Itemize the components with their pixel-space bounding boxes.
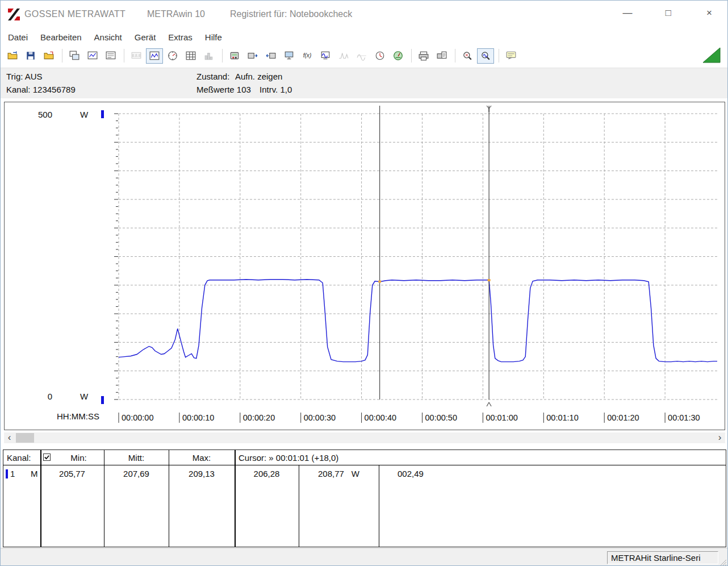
toolbar-device-upload-button[interactable]: [244, 48, 261, 64]
toolbar-separator: [455, 49, 455, 63]
toolbar-print-button[interactable]: [415, 48, 432, 64]
table-header-separator: [3, 465, 726, 465]
trigger-status: Trig: AUS: [6, 72, 43, 81]
toolbar-export-file-button[interactable]: [40, 48, 57, 64]
minimize-button[interactable]: —: [620, 7, 635, 22]
meter-online-icon: [393, 51, 403, 61]
toolbar-zoom-curve-button[interactable]: [477, 48, 494, 64]
horizontal-scrollbar[interactable]: ‹ ›: [4, 432, 725, 443]
channel-clock-icon: [375, 51, 385, 61]
channel-table: Kanal: Min: Mitt: Max: Cursor: » 00:01:0…: [3, 450, 726, 547]
toolbar-save-button[interactable]: [22, 48, 39, 64]
toolbar: 8.8.8f(x): [4, 45, 521, 66]
annotation-icon: [506, 51, 516, 61]
toolbar-device-monitor-button[interactable]: [317, 48, 334, 64]
zoom-in-icon: [462, 51, 472, 61]
toolbar-annotation-button[interactable]: [503, 48, 520, 64]
toolbar-gauge-button[interactable]: [164, 48, 181, 64]
resize-grip-icon[interactable]: [719, 558, 727, 566]
toolbar-copy-chart-button[interactable]: [84, 48, 101, 64]
toolbar-device-settings-button[interactable]: [226, 48, 243, 64]
formula-fx-icon: f(x): [302, 51, 312, 61]
maximize-button[interactable]: □: [660, 7, 676, 22]
toolbar-zoom-in-button[interactable]: [459, 48, 476, 64]
check-icon: [44, 454, 50, 460]
x-tick-label: 00:00:00: [122, 413, 153, 422]
row-channel-number: 1: [10, 469, 15, 478]
x-tick-label: 00:00:10: [182, 413, 214, 422]
scroll-left-button[interactable]: ‹: [4, 432, 15, 443]
x-axis: 00:00:0000:00:1000:00:2000:00:3000:00:40…: [119, 413, 700, 423]
toolbar-formula-fx-button[interactable]: f(x): [299, 48, 316, 64]
channel-status: Kanal: 123456789: [6, 85, 76, 94]
menu-item-gert[interactable]: Gerät: [128, 31, 162, 44]
toolbar-pc-transfer-button[interactable]: [281, 48, 298, 64]
x-tick-label: 00:00:40: [365, 413, 396, 422]
signal-min-icon: [338, 51, 349, 61]
toolbar-copy-data-button[interactable]: [102, 48, 119, 64]
toolbar-print-preview-button[interactable]: [433, 48, 450, 64]
column-separator: [104, 450, 104, 547]
menu-item-extras[interactable]: Extras: [162, 31, 199, 44]
zoom-curve-icon: [480, 51, 491, 61]
copy-window-icon: [69, 51, 80, 61]
header-max: Max:: [169, 453, 235, 463]
line-chart-icon: [149, 51, 160, 61]
row-cursor-b-cell: 208,77W: [299, 469, 379, 478]
x-tick-label: 00:00:50: [425, 413, 457, 422]
toolbar-copy-window-button[interactable]: [66, 48, 83, 64]
row-channel-type: M: [31, 469, 38, 478]
toolbar-open-file-button[interactable]: [4, 48, 21, 64]
row-max-value: 209,13: [169, 469, 235, 478]
menu-item-ansicht[interactable]: Ansicht: [88, 31, 128, 44]
toolbar-separator: [62, 49, 62, 63]
state-label: Zustand:: [196, 72, 229, 81]
connection-indicator-icon: [702, 47, 721, 63]
numeric-display-icon: 8.8.8: [131, 51, 141, 61]
menu-item-bearbeiten[interactable]: Bearbeiten: [34, 31, 88, 44]
x-tick-label: 00:01:30: [668, 413, 700, 422]
cursor-bottom-handle[interactable]: [487, 402, 491, 406]
acquisition-info-panel: Trig: AUS Kanal: 123456789 Zustand: Aufn…: [1, 68, 727, 98]
row-unit: W: [352, 469, 359, 478]
toolbar-device-download-button[interactable]: [262, 48, 279, 64]
menu-item-datei[interactable]: Datei: [2, 31, 34, 44]
toolbar-bar-display-button: [200, 48, 217, 64]
toolbar-meter-online-button[interactable]: [390, 48, 407, 64]
signal-envelope-icon: [357, 51, 367, 61]
scrollbar-thumb[interactable]: [16, 433, 34, 443]
y-axis-ticks: [114, 114, 118, 399]
scroll-right-button[interactable]: ›: [714, 432, 725, 443]
open-file-icon: [7, 51, 18, 61]
pc-transfer-icon: [284, 51, 294, 61]
header-kanal: Kanal:: [7, 453, 31, 463]
x-tick-label: 00:01:20: [607, 413, 639, 422]
cursor-trace-marker: [488, 279, 491, 281]
channel-visible-checkbox[interactable]: [43, 453, 51, 461]
device-download-icon: [266, 51, 276, 61]
power-trace: [119, 280, 717, 362]
app-logo-icon: [6, 7, 22, 22]
save-icon: [26, 51, 36, 61]
print-icon: [419, 51, 429, 61]
menu-item-hilfe[interactable]: Hilfe: [199, 31, 228, 44]
bar-display-icon: [204, 51, 214, 61]
toolbar-numeric-display-button: 8.8.8: [128, 48, 145, 64]
column-separator: [40, 450, 41, 547]
toolbar-channel-clock-button[interactable]: [371, 48, 388, 64]
toolbar-table-display-button[interactable]: [182, 48, 199, 64]
status-bar: METRAHit Starline-Seri: [1, 548, 727, 566]
row-delta-value: 002,49: [398, 469, 424, 478]
gridlines: [119, 114, 718, 399]
header-cursor: Cursor: » 00:01:01 (+18,0): [239, 453, 338, 463]
chart-panel: 500 W 0 W HH:MM:SS 00:00:0000:00:1000:00…: [4, 102, 725, 430]
close-button[interactable]: ×: [701, 7, 717, 22]
x-tick-label: 00:00:20: [243, 413, 275, 422]
channel-row-marker: [6, 469, 8, 478]
toolbar-signal-min-button: [335, 48, 352, 64]
row-min-value: 205,77: [40, 469, 104, 478]
toolbar-line-chart-button[interactable]: [146, 48, 163, 64]
column-separator: [169, 450, 169, 547]
chart-plot[interactable]: 00:00:0000:00:1000:00:2000:00:3000:00:40…: [5, 102, 725, 430]
sample-count: Meßwerte 103: [196, 85, 251, 94]
